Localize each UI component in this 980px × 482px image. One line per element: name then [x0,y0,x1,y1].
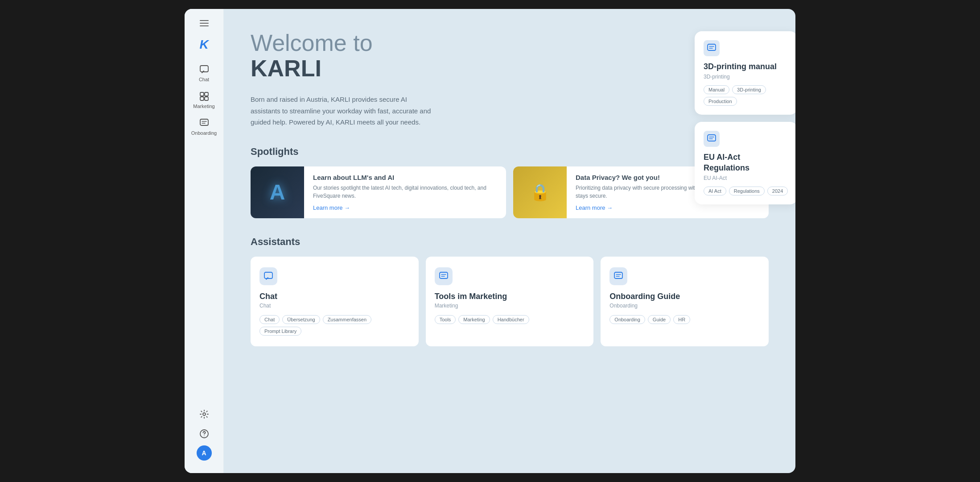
svg-point-11 [203,413,206,416]
panel-3dprinting-icon [704,40,720,56]
panel-card-euaiact[interactable]: EU AI-Act Regulations EU AI-Act AI Act R… [695,122,795,204]
assistant-marketing-category: Marketing [435,303,585,309]
tag-prompt-library: Prompt Library [259,327,301,336]
spotlight-privacy-link[interactable]: Learn more → [576,204,760,211]
tag-uebersetzung: Übersetzung [282,315,320,324]
ai-letter-graphic: A [270,180,285,204]
sidebar: K Chat [185,9,224,473]
user-avatar[interactable]: A [197,445,212,461]
svg-rect-6 [200,97,204,100]
tag-hr: HR [673,315,690,324]
spotlight-card-llm[interactable]: A Learn about LLM's and AI Our stories s… [251,166,506,218]
sidebar-item-marketing[interactable]: Marketing [188,87,220,112]
tag-handbucher: Handbücher [493,315,529,324]
panel-euaiact-tags: AI Act Regulations 2024 [704,187,788,195]
tag-guide: Guide [648,315,671,324]
spotlights-grid: A Learn about LLM's and AI Our stories s… [251,166,769,218]
assistant-chat-category: Chat [259,303,410,309]
svg-point-13 [204,436,205,436]
svg-rect-24 [708,135,716,141]
assistant-marketing-name: Tools im Marketing [435,291,585,302]
panel-euaiact-icon [704,131,720,147]
svg-rect-2 [200,25,209,26]
svg-rect-4 [200,92,204,96]
sidebar-marketing-label: Marketing [193,104,214,109]
sidebar-item-onboarding[interactable]: Onboarding [188,114,220,139]
assistant-onboarding-tags: Onboarding Guide HR [609,315,760,324]
tag-tools: Tools [435,315,456,324]
panel-card-3dprinting[interactable]: 3D-printing manual 3D-printing Manual 3D… [695,31,795,115]
assistant-marketing-tags: Tools Marketing Handbücher [435,315,585,324]
spotlight-img-ai: A [251,166,304,218]
panel-euaiact-title: EU AI-Act Regulations [704,152,788,173]
tag-aiact: AI Act [704,187,726,195]
svg-rect-1 [200,23,209,24]
tag-3dprinting: 3D-printing [732,85,766,94]
panel-3dprinting-subtitle: 3D-printing [704,74,788,80]
welcome-title: Welcome to KARLI [251,30,769,81]
assistant-card-onboarding[interactable]: Onboarding Guide Onboarding Onboarding G… [601,257,769,346]
help-icon[interactable] [196,426,212,442]
sidebar-onboarding-label: Onboarding [191,130,217,136]
svg-rect-5 [205,92,208,96]
spotlights-title: Spotlights [251,146,769,158]
assistant-marketing-icon [435,267,453,285]
tag-onboarding: Onboarding [609,315,645,324]
welcome-section: Welcome to KARLI Born and raised in Aust… [251,30,769,128]
settings-icon[interactable] [196,406,212,422]
lock-graphic: 🔒 [530,183,550,202]
tag-manual: Manual [704,85,729,94]
app-name: KARLI [251,55,321,81]
right-panel: 3D-printing manual 3D-printing Manual 3D… [695,31,795,204]
spotlight-llm-desc: Our stories spotlight the latest AI tech… [313,184,497,200]
sidebar-bottom: A [196,406,212,468]
assistant-onboarding-name: Onboarding Guide [609,291,760,302]
sidebar-item-chat[interactable]: Chat [188,61,220,86]
svg-rect-21 [708,44,716,50]
panel-3dprinting-tags: Manual 3D-printing Production [704,85,788,106]
svg-rect-18 [614,272,622,278]
onboarding-icon [199,118,210,129]
sidebar-nav: Chat Marketing [185,61,223,406]
sidebar-chat-label: Chat [199,77,209,82]
app-container: K Chat [185,9,795,473]
assistant-card-chat[interactable]: Chat Chat Chat Übersetzung Zusammenfasse… [251,257,419,346]
spotlight-content-llm: Learn about LLM's and AI Our stories spo… [304,166,506,218]
marketing-icon [199,91,210,102]
svg-rect-3 [200,66,208,72]
assistant-chat-icon [259,267,277,285]
spotlight-llm-title: Learn about LLM's and AI [313,174,497,181]
assistant-chat-name: Chat [259,291,410,302]
spotlight-llm-link[interactable]: Learn more → [313,204,497,211]
tag-2024: 2024 [767,187,788,195]
panel-euaiact-subtitle: EU AI-Act [704,175,788,181]
welcome-description: Born and raised in Austria, KARLI provid… [251,94,438,128]
menu-icon[interactable] [195,14,213,32]
app-logo: K [195,36,213,54]
tag-regulations: Regulations [729,187,765,195]
tag-marketing: Marketing [458,315,490,324]
assistants-grid: Chat Chat Chat Übersetzung Zusammenfasse… [251,257,769,346]
tag-production: Production [704,97,737,106]
svg-rect-8 [200,119,208,125]
tag-zusammenfassen: Zusammenfassen [323,315,371,324]
svg-rect-15 [440,272,448,278]
chat-icon [199,64,210,75]
assistant-chat-tags: Chat Übersetzung Zusammenfassen Prompt L… [259,315,410,336]
panel-3dprinting-title: 3D-printing manual [704,62,788,72]
svg-rect-14 [264,272,272,278]
assistant-onboarding-category: Onboarding [609,303,760,309]
spotlight-img-lock: 🔒 [513,166,567,218]
tag-chat: Chat [259,315,280,324]
svg-rect-0 [200,20,209,21]
assistants-title: Assistants [251,236,769,248]
assistant-card-marketing[interactable]: Tools im Marketing Marketing Tools Marke… [426,257,594,346]
svg-rect-7 [205,97,208,100]
assistant-onboarding-icon [609,267,627,285]
